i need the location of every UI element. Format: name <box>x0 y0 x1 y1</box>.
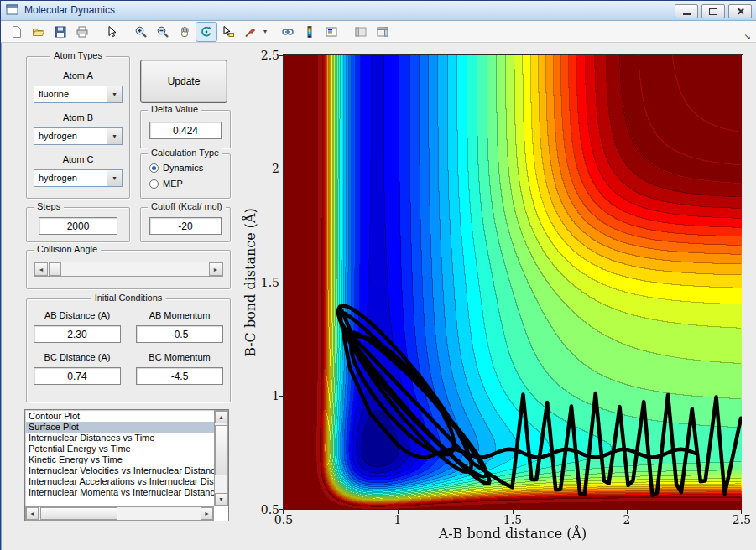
y-tick-label: 1.5 <box>259 276 279 289</box>
tick-mark <box>283 510 284 514</box>
zoom-out-button[interactable] <box>152 22 174 42</box>
rotate-3d-button[interactable] <box>196 22 217 42</box>
new-figure-button[interactable] <box>6 22 28 42</box>
ab-momentum-field[interactable] <box>136 325 223 343</box>
zoom-in-button[interactable] <box>130 22 152 42</box>
colorbar-icon <box>303 25 316 39</box>
list-item[interactable]: Internuclear Momenta vs Internuclear Dis… <box>26 487 214 498</box>
window-controls <box>675 4 752 18</box>
toolbar-separator <box>269 31 277 32</box>
ab-distance-field[interactable] <box>34 325 121 343</box>
open-folder-icon <box>32 25 45 39</box>
chevron-down-icon[interactable]: ▼ <box>107 170 122 186</box>
vertical-scroll-thumb[interactable] <box>215 425 227 475</box>
listbox-vertical-scrollbar[interactable]: ▲ ▼ <box>214 410 228 506</box>
printer-icon <box>76 25 89 39</box>
toolbar-separator <box>93 31 101 32</box>
minimize-button[interactable] <box>675 4 698 18</box>
atom-types-panel-title: Atom Types <box>50 50 106 60</box>
cutoff-panel-title: Cutoff (Kcal/ mol) <box>148 201 226 211</box>
legend-icon <box>325 25 338 39</box>
x-tick-label: 1.5 <box>503 513 522 527</box>
dynamics-radio[interactable]: Dynamics <box>149 163 203 173</box>
scroll-down-arrow[interactable]: ▼ <box>215 493 227 506</box>
edit-plot-button[interactable] <box>101 22 123 42</box>
insert-colorbar-button[interactable] <box>299 22 321 42</box>
print-figure-button[interactable] <box>71 22 93 42</box>
atom-a-dropdown-value: fluorine <box>39 86 69 102</box>
steps-field[interactable] <box>39 217 117 235</box>
scroll-up-arrow[interactable]: ▲ <box>215 411 227 423</box>
listbox-horizontal-scrollbar[interactable]: ◄ ► <box>25 506 214 521</box>
collision-angle-slider[interactable]: ◄ ► <box>34 262 223 277</box>
chevron-down-icon[interactable]: ▼ <box>107 86 122 102</box>
atom-types-panel: Atom Types Atom A fluorine ▼ Atom B hydr… <box>26 56 130 199</box>
insert-legend-button[interactable] <box>321 22 342 42</box>
cutoff-panel: Cutoff (Kcal/ mol) <box>140 207 231 242</box>
y-tick-label: 2.5 <box>259 49 279 62</box>
list-item[interactable]: Potential Energy vs Time <box>26 444 214 454</box>
steps-panel: Steps <box>26 207 130 242</box>
list-item[interactable]: Internuclear Distances vs Time <box>26 433 214 444</box>
atom-c-dropdown[interactable]: hydrogen ▼ <box>34 169 123 187</box>
ab-momentum-label: AB Momentum <box>136 310 223 320</box>
link-chain-icon <box>281 25 295 39</box>
x-tick-label: 2.5 <box>733 513 751 527</box>
scroll-left-arrow[interactable]: ◄ <box>26 507 39 520</box>
slider-thumb[interactable] <box>49 262 61 276</box>
delta-value-panel-title: Delta Value <box>148 104 201 114</box>
tick-mark <box>398 510 399 514</box>
slider-right-arrow[interactable]: ► <box>209 262 222 276</box>
toolbar-separator <box>123 31 130 32</box>
list-item-selected[interactable]: Surface Plot <box>26 422 214 433</box>
list-item[interactable]: Internuclear Accelerations vs Internucle… <box>26 476 214 487</box>
atom-a-dropdown[interactable]: fluorine ▼ <box>34 86 123 103</box>
figure-toolbar: ▾ ↘ <box>1 21 756 43</box>
restore-icon <box>709 8 717 15</box>
tick-mark <box>279 55 283 56</box>
rotate-3d-icon <box>200 25 213 39</box>
toolbar-overflow-arrow[interactable]: ↘ <box>744 32 751 41</box>
tick-mark <box>741 510 742 514</box>
steps-panel-title: Steps <box>34 201 64 211</box>
open-file-button[interactable] <box>28 22 50 42</box>
hand-icon <box>178 25 191 39</box>
initial-conditions-panel: Initial Conditions AB Distance (A) AB Mo… <box>26 298 231 402</box>
restore-button[interactable] <box>701 4 725 18</box>
brush-dropdown-caret[interactable]: ▾ <box>261 23 269 41</box>
ab-distance-label: AB Distance (A) <box>34 310 121 320</box>
initial-conditions-panel-title: Initial Conditions <box>91 293 166 303</box>
mep-radio[interactable]: MEP <box>149 179 183 189</box>
titlebar[interactable]: Molecular Dynamics <box>1 1 756 21</box>
close-button[interactable] <box>728 4 752 18</box>
pan-button[interactable] <box>174 22 196 42</box>
zoom-in-icon <box>134 25 148 39</box>
floppy-disk-icon <box>54 25 67 39</box>
bc-momentum-field[interactable] <box>136 367 223 385</box>
horizontal-scroll-thumb[interactable] <box>40 507 117 520</box>
hide-plot-tools-icon <box>354 25 368 39</box>
data-cursor-button[interactable] <box>217 22 239 42</box>
brush-icon <box>243 25 257 39</box>
tick-mark <box>279 283 283 283</box>
link-plot-button[interactable] <box>277 22 299 42</box>
list-item[interactable]: Contour Plot <box>26 411 214 422</box>
cutoff-field[interactable] <box>149 217 222 235</box>
chevron-down-icon[interactable]: ▼ <box>107 128 122 144</box>
atom-a-label: Atom A <box>27 70 129 80</box>
list-item[interactable]: Kinetic Energy vs Time <box>26 454 214 465</box>
update-button[interactable]: Update <box>140 60 227 103</box>
plot-type-listbox[interactable]: Contour Plot Surface Plot Internuclear D… <box>24 409 229 521</box>
bc-distance-field[interactable] <box>34 367 121 385</box>
slider-left-arrow[interactable]: ◄ <box>34 262 48 276</box>
hide-plot-tools-button[interactable] <box>350 22 372 42</box>
toolbar-separator <box>342 31 350 32</box>
delta-value-field[interactable] <box>149 122 222 139</box>
show-plot-tools-button[interactable] <box>372 22 394 42</box>
list-item[interactable]: Internuclear Velocities vs Internuclear … <box>26 465 214 476</box>
scroll-right-arrow[interactable]: ► <box>201 507 213 520</box>
atom-b-dropdown[interactable]: hydrogen ▼ <box>34 127 123 145</box>
brush-button[interactable] <box>239 22 261 42</box>
mep-radio-label: MEP <box>163 179 183 189</box>
save-figure-button[interactable] <box>50 22 71 42</box>
